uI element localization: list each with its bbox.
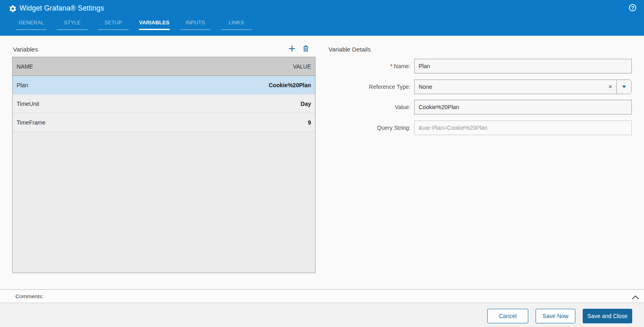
- value-label: Value:: [328, 104, 414, 110]
- help-icon[interactable]: ?: [629, 4, 636, 11]
- variables-panel-title: Variables: [13, 46, 38, 53]
- tab-general[interactable]: GENERAL: [16, 19, 47, 30]
- name-field-row: *Name:: [328, 59, 636, 73]
- comments-bar: Comments:: [0, 289, 644, 303]
- column-header-name: NAME: [17, 63, 164, 70]
- delete-variable-button[interactable]: [302, 45, 310, 53]
- query-string-label: Query String:: [328, 125, 414, 131]
- tab-bar: GENERAL STYLE SETUP VARIABLES INPUTS LIN…: [16, 19, 262, 30]
- trash-icon: [302, 45, 310, 53]
- column-header-value: VALUE: [164, 63, 311, 70]
- tab-links[interactable]: LINKS: [221, 19, 252, 30]
- name-input[interactable]: [414, 59, 632, 73]
- add-variable-button[interactable]: [288, 45, 296, 53]
- cell-value: Cookie%20Plan: [164, 82, 311, 88]
- title-row: Widget Grafana® Settings ?: [0, 0, 644, 18]
- tab-inputs[interactable]: INPUTS: [180, 19, 211, 30]
- comments-collapse-button[interactable]: [632, 295, 639, 301]
- cell-name: TimeFrame: [17, 119, 164, 126]
- table-row-plan[interactable]: Plan Cookie%20Plan: [13, 76, 315, 95]
- value-field-row: Value:: [328, 100, 636, 114]
- plus-icon: [288, 45, 296, 53]
- table-row-timeunit[interactable]: TimeUnit Day: [13, 95, 315, 113]
- dropdown-open-button[interactable]: [616, 80, 631, 94]
- page-title: Widget Grafana® Settings: [19, 4, 104, 13]
- variable-details-title: Variable Details: [328, 46, 371, 53]
- clear-icon[interactable]: ×: [604, 80, 616, 94]
- cancel-button[interactable]: Cancel: [487, 309, 528, 323]
- tab-setup[interactable]: SETUP: [98, 19, 129, 30]
- cell-value: Day: [164, 101, 311, 107]
- save-now-button[interactable]: Save Now: [536, 309, 575, 323]
- dialog-footer: Cancel Save Now Save and Close: [0, 303, 644, 327]
- name-label: *Name:: [328, 63, 414, 69]
- table-empty-area: [13, 132, 315, 273]
- value-input[interactable]: [414, 100, 632, 114]
- gear-icon: [9, 5, 16, 12]
- tab-style[interactable]: STYLE: [57, 19, 88, 30]
- save-and-close-button[interactable]: Save and Close: [583, 309, 632, 323]
- query-string-input: [414, 120, 632, 135]
- required-asterisk: *: [390, 63, 392, 69]
- table-row-timeframe[interactable]: TimeFrame 9: [13, 113, 315, 132]
- reference-type-label: Reference Type:: [328, 84, 414, 90]
- comments-label: Comments:: [15, 293, 43, 299]
- variables-table-header: NAME VALUE: [13, 57, 315, 76]
- reference-type-input[interactable]: [415, 80, 604, 94]
- cell-name: Plan: [17, 82, 164, 88]
- reference-type-field-row: Reference Type: ×: [328, 80, 636, 94]
- cell-value: 9: [164, 119, 311, 126]
- dialog-header: Widget Grafana® Settings ? GENERAL STYLE…: [0, 0, 644, 36]
- caret-down-icon: [622, 86, 626, 88]
- variable-details-form: *Name: Reference Type: × Value: Query St…: [328, 59, 636, 141]
- tab-variables[interactable]: VARIABLES: [139, 19, 170, 30]
- query-string-field-row: Query String:: [328, 120, 636, 135]
- variables-table: NAME VALUE Plan Cookie%20Plan TimeUnit D…: [12, 57, 316, 273]
- chevron-up-icon: [632, 295, 639, 299]
- cell-name: TimeUnit: [17, 101, 164, 107]
- reference-type-combobox: ×: [414, 80, 632, 94]
